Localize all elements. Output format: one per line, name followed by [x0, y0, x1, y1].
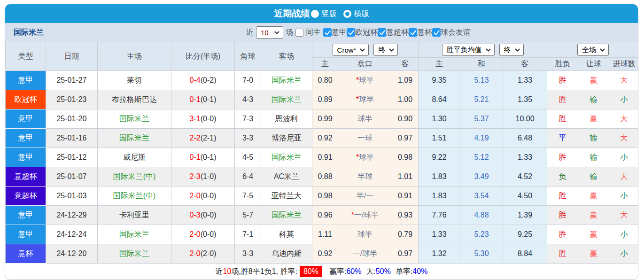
avg-draw-odds: 5.23: [460, 225, 503, 244]
radio-vertical-layout[interactable]: [311, 10, 319, 18]
type-badge: 意甲: [6, 206, 46, 225]
league-checkbox[interactable]: [323, 28, 332, 37]
table-row: 意甲 25-01-16 国际米兰 2-2(2-1) 3-3 博洛尼亚 0.92 …: [6, 129, 639, 148]
avg-away-odds: 8.84: [503, 244, 547, 264]
score-cell: 0-4(0-2): [171, 71, 235, 90]
corner-cell: 6-4: [235, 167, 261, 187]
subcol-result: 胜负: [547, 58, 578, 71]
corner-cell: 4-3: [235, 90, 261, 109]
handicap-away-odds: 0.98: [392, 148, 419, 167]
type-badge: 意杯: [6, 244, 46, 264]
scope-select[interactable]: 全场: [577, 44, 609, 56]
handicap-result-cell: 输: [578, 90, 609, 109]
radio-horizontal-label[interactable]: 横版: [354, 9, 369, 19]
radio-horizontal-layout[interactable]: [343, 10, 351, 18]
goals-result-cell: 大: [609, 129, 638, 148]
table-row: 意甲 24-12-29 卡利亚里 0-3(0-0) 5-7 国际米兰 0.96 …: [6, 206, 639, 225]
handicap-line-cell: 球半: [338, 225, 392, 244]
handicap-result-cell: 赢: [578, 206, 609, 225]
results-tbody: 意甲 25-01-27 莱切 0-4(0-2) 7-0 国际米兰 0.80 *球…: [6, 71, 639, 264]
goals-result-cell: 小: [609, 148, 638, 167]
avg-home-odds: 9.22: [419, 148, 460, 167]
odds-company-select[interactable]: Crow*: [333, 44, 369, 56]
score-cell: 3-1(0-0): [171, 109, 235, 129]
avg-home-odds: 8.64: [419, 90, 460, 109]
league-label: 球会友谊: [441, 28, 471, 38]
goals-result-cell: 大: [609, 206, 638, 225]
handicap-result-cell: 赢: [578, 225, 609, 244]
goals-result-cell: 大: [609, 167, 638, 187]
odds-stage-select[interactable]: 终: [373, 44, 398, 56]
avg-away-odds: 10.00: [503, 109, 547, 129]
result-cell: 胜: [547, 244, 578, 264]
goals-result-cell: 大: [609, 71, 638, 90]
handicap-line-cell: 一球: [338, 129, 392, 148]
avg-home-odds: 1.83: [419, 167, 460, 187]
handicap-line-cell: *球半: [338, 71, 392, 90]
goals-result-cell: 小: [609, 90, 638, 109]
handicap-group-header: Crow* 终: [312, 42, 419, 58]
type-badge: 意甲: [6, 71, 46, 90]
games-count-select[interactable]: 10: [256, 26, 283, 39]
chevron-down-icon: [389, 48, 394, 52]
summary-prefix: 近: [216, 267, 223, 277]
avg-away-odds: 9.25: [503, 225, 547, 244]
result-cell: 平: [547, 129, 578, 148]
avg-away-odds: 1.39: [503, 206, 547, 225]
subcol-handicap-home: 主: [312, 58, 338, 71]
avg-stage-select[interactable]: 终: [499, 44, 524, 56]
handicap-home-odds: 0.88: [312, 167, 338, 187]
avg-type-select[interactable]: 胜平负均值: [442, 44, 495, 56]
avg-away-odds: 1.33: [503, 148, 547, 167]
league-checkbox[interactable]: [409, 28, 417, 37]
subcol-avg-away: 客: [503, 58, 547, 71]
goals-result-cell: 小: [609, 225, 638, 244]
handicap-away-odds: 1.09: [392, 71, 419, 90]
corner-cell: 7-3: [235, 109, 261, 129]
corner-cell: 5-7: [235, 206, 261, 225]
away-team-cell: 亚特兰大: [261, 187, 312, 206]
score-cell: 0-1(0-1): [171, 90, 235, 109]
handicap-line-cell: 球半: [338, 109, 392, 129]
home-team-cell: 国际米兰: [98, 109, 171, 129]
type-badge: 意超杯: [6, 187, 46, 206]
radio-vertical-label[interactable]: 竖版: [322, 9, 337, 19]
same-home-checkbox[interactable]: [295, 29, 303, 37]
league-label: 意超杯: [386, 28, 409, 38]
league-checkbox[interactable]: [432, 28, 441, 37]
result-cell: 胜: [547, 109, 578, 129]
type-badge: 意甲: [6, 129, 46, 148]
corner-cell: 4-5: [235, 148, 261, 167]
score-cell: 2-0(0-0): [171, 225, 235, 244]
avg-away-odds: 1.35: [503, 90, 547, 109]
stat-single: 单率:40%: [396, 267, 427, 277]
home-team-cell: 国际米兰: [98, 225, 171, 244]
avg-home-odds: 1.30: [419, 109, 460, 129]
handicap-line-cell: *球半: [338, 148, 392, 167]
league-label: 意杯: [417, 28, 432, 38]
handicap-away-odds: 0.91: [392, 187, 419, 206]
chevron-down-icon: [515, 48, 520, 52]
avg-away-odds: 1.33: [503, 71, 547, 90]
handicap-home-odds: 0.92: [312, 244, 338, 264]
handicap-result-cell: 赢: [578, 109, 609, 129]
league-checkbox[interactable]: [347, 28, 355, 37]
score-cell: 2-3(1-0): [171, 167, 235, 187]
handicap-home-odds: 0.92: [312, 129, 338, 148]
league-filter: 球会友谊: [432, 28, 471, 38]
handicap-home-odds: 0.91: [312, 148, 338, 167]
handicap-home-odds: 0.98: [312, 187, 338, 206]
league-checkbox[interactable]: [378, 28, 386, 37]
away-team-cell: 博洛尼亚: [261, 129, 312, 148]
result-cell: 胜: [547, 148, 578, 167]
filter-bar: 国际米兰 近 10 场 同主 意甲欧冠杯意超杯意杯球会友谊: [5, 23, 638, 42]
avg-home-odds: 1.51: [419, 129, 460, 148]
date-cell: 24-12-20: [46, 244, 98, 264]
table-head: 类型 日期 主场 比分(半场) 角球 客场 Crow* 终: [6, 42, 639, 71]
result-cell: 胜: [547, 225, 578, 244]
type-badge: 欧冠杯: [6, 90, 46, 109]
avg-draw-odds: 5.30: [460, 244, 503, 264]
recent-results-panel: 近期战绩 竖版 横版 国际米兰 近 10 场 同主 意甲欧冠杯意超杯意杯球会友谊: [5, 4, 638, 280]
subcol-handicap-result: 让球: [578, 58, 609, 71]
same-home-label: 同主: [306, 28, 321, 38]
